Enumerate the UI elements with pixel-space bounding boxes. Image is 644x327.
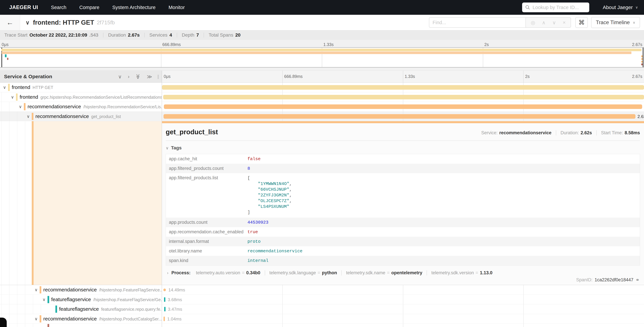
span-row-featureflagservice[interactable]: ∨featureflagservice/hipstershop.FeatureF…	[0, 295, 644, 304]
tag-value: 8	[248, 166, 250, 172]
span-row-featureflagservice[interactable]: featureflagservicefeatureflagservice.rep…	[0, 304, 644, 314]
trace-minimap: 0μs 666.89ms 1.33s 2s 2.67s	[0, 40, 644, 70]
indent-guide	[9, 102, 10, 112]
span-row-name-cell[interactable]: ∨recommendationserviceget_product_list	[0, 112, 162, 121]
row-collapse-chevron-icon[interactable]: ∨	[27, 114, 30, 119]
trace-id-lookup-input[interactable]	[532, 5, 586, 10]
list-item-comma: ,	[289, 193, 292, 198]
row-collapse-chevron-icon[interactable]: ∨	[34, 288, 38, 292]
nav-link-monitor[interactable]: Monitor	[168, 5, 185, 10]
span-timeline-cell[interactable]: 2.62s	[162, 112, 644, 121]
span-duration-bar[interactable]	[164, 114, 636, 119]
row-collapse-chevron-icon[interactable]: ∨	[3, 85, 6, 90]
expand-all-icon[interactable]: ≫	[147, 74, 152, 80]
tag-key: app.cache_hit	[166, 156, 248, 162]
span-duration-bar[interactable]	[162, 85, 644, 90]
span-timeline-cell	[162, 324, 644, 327]
span-row-frontend[interactable]: ∨frontendgrpc.hipstershop.Recommendation…	[0, 92, 644, 102]
span-timeline-cell[interactable]: 3.68ms	[162, 295, 644, 304]
collapse-all-icon[interactable]: ≫	[135, 74, 141, 79]
view-selector-button[interactable]: Trace Timeline ∨	[591, 17, 640, 28]
minimap-canvas[interactable]	[0, 47, 644, 68]
span-rows-top: ∨frontendHTTP GET∨frontendgrpc.hipstersh…	[0, 82, 644, 121]
about-jaeger-menu[interactable]: About Jaeger ∨	[603, 4, 638, 10]
find-prev-icon[interactable]: ∧	[542, 20, 546, 26]
service-name: frontend	[20, 94, 38, 100]
indent-guide	[9, 314, 10, 324]
span-row-name-cell[interactable]: ∨recommendationservice/hipstershop.Featu…	[0, 285, 162, 294]
link-icon[interactable]: ⚭	[636, 277, 640, 283]
process-item: telemetry.sdk.version=1.13.0	[426, 270, 497, 276]
span-timeline-cell[interactable]: 14.49ms	[162, 285, 644, 294]
span-timeline-cell[interactable]	[162, 102, 644, 112]
row-collapse-chevron-icon[interactable]: ∨	[34, 316, 38, 321]
span-row-recommendationservice[interactable]: ∨recommendationserviceget_product_list2.…	[0, 112, 644, 121]
service-name: recommendationservice	[36, 114, 89, 119]
span-row-name-cell[interactable]: ∨featureflagservice/hipstershop.FeatureF…	[0, 295, 162, 304]
row-collapse-chevron-icon[interactable]: ∨	[42, 297, 46, 302]
keyboard-shortcuts-button[interactable]: ⌘	[575, 17, 588, 28]
span-row-name-cell	[0, 324, 162, 327]
span-duration-bar[interactable]	[164, 104, 642, 109]
collapse-one-icon[interactable]: ∨	[118, 74, 122, 80]
service-color-bar	[48, 296, 49, 303]
span-row-name-cell[interactable]: ∨recommendationservice/hipstershop.Recom…	[0, 102, 162, 112]
command-icon: ⌘	[578, 19, 585, 26]
trace-collapse-toggle-icon[interactable]: ∨	[26, 19, 30, 26]
indent-guide	[25, 304, 25, 314]
span-duration-bar[interactable]	[164, 307, 166, 312]
list-item: "1YMWWN1N4O",	[248, 181, 292, 187]
nav-link-compare[interactable]: Compare	[80, 5, 100, 10]
chevron-right-icon: ›	[167, 270, 168, 275]
operation-name: featureflagservice.repo.query:fe...	[101, 307, 162, 312]
find-next-icon[interactable]: ∨	[552, 20, 556, 26]
find-clear-icon[interactable]: ×	[563, 20, 566, 25]
span-row-recommendationservice[interactable]: ∨recommendationservice/hipstershop.Featu…	[0, 285, 644, 295]
timeline-tick: 666.89ms	[284, 74, 303, 79]
find-box[interactable]	[429, 17, 526, 28]
trace-start-value: October 22 2022, 22:10:09	[30, 33, 87, 38]
span-row-partial[interactable]	[0, 324, 644, 327]
trace-header: ← ∨ frontend: HTTP GET 2f715fb ◎ ∧ ∨ × ⌘…	[0, 15, 644, 30]
trace-id-lookup-box[interactable]	[522, 2, 589, 12]
row-collapse-chevron-icon[interactable]: ∨	[19, 104, 22, 109]
list-item: "2ZYFJ3GM2N",	[248, 192, 292, 198]
span-row-frontend[interactable]: ∨frontendHTTP GET	[0, 82, 644, 92]
indent-guide	[41, 304, 41, 314]
span-row-name-cell[interactable]: featureflagservicefeatureflagservice.rep…	[0, 304, 162, 314]
span-duration-bar[interactable]	[163, 95, 644, 100]
span-duration-bar[interactable]	[164, 297, 165, 302]
span-duration-bar[interactable]	[164, 316, 165, 321]
app-logo[interactable]: JAEGER UI	[9, 4, 38, 10]
process-section-toggle[interactable]: › Process: telemetry.auto.version=0.34b0…	[166, 270, 640, 276]
list-item-string: "2ZYFJ3GM2N"	[258, 193, 289, 198]
span-timeline-cell[interactable]: 1.04ms	[162, 314, 644, 324]
span-row-name-cell[interactable]: ∨frontendHTTP GET	[0, 82, 162, 92]
span-timeline-cell[interactable]	[162, 92, 644, 102]
nav-link-search[interactable]: Search	[51, 5, 66, 10]
back-button[interactable]: ←	[0, 15, 20, 30]
span-id-label: SpanID:	[576, 277, 593, 282]
nav-link-system-architecture[interactable]: System Architecture	[112, 5, 156, 10]
column-resize-handle[interactable]: ∥	[157, 74, 159, 79]
expand-one-icon[interactable]: ›	[128, 74, 130, 80]
tags-table: app.cache_hitfalseapp.filtered_products.…	[166, 154, 640, 266]
row-collapse-chevron-icon[interactable]: ∨	[11, 94, 14, 100]
find-input[interactable]	[433, 20, 522, 25]
span-row-recommendationservice[interactable]: ∨recommendationservice/hipstershop.Produ…	[0, 314, 644, 324]
minimap-right-scrubber[interactable]	[643, 48, 644, 67]
indent-guide	[1, 92, 2, 102]
tag-key: app.filtered_products.count	[166, 166, 248, 171]
list-item-comma: ,	[289, 187, 292, 192]
span-timeline-cell[interactable]	[162, 82, 644, 92]
tag-key: span.kind	[166, 258, 248, 263]
span-row-name-cell[interactable]: ∨frontendgrpc.hipstershop.Recommendation…	[0, 92, 162, 102]
match-scope-icon[interactable]: ◎	[531, 20, 535, 26]
tag-value: internal	[248, 258, 268, 264]
span-timeline-cell[interactable]: 3.47ms	[162, 304, 644, 314]
span-row-name-cell[interactable]: ∨recommendationservice/hipstershop.Produ…	[0, 314, 162, 324]
list-item: "OLJCESPC7Z",	[248, 198, 292, 204]
span-duration-bar[interactable]	[163, 288, 166, 291]
tags-section-toggle[interactable]: ∨Tags	[166, 145, 640, 150]
span-row-recommendationservice[interactable]: ∨recommendationservice/hipstershop.Recom…	[0, 102, 644, 112]
